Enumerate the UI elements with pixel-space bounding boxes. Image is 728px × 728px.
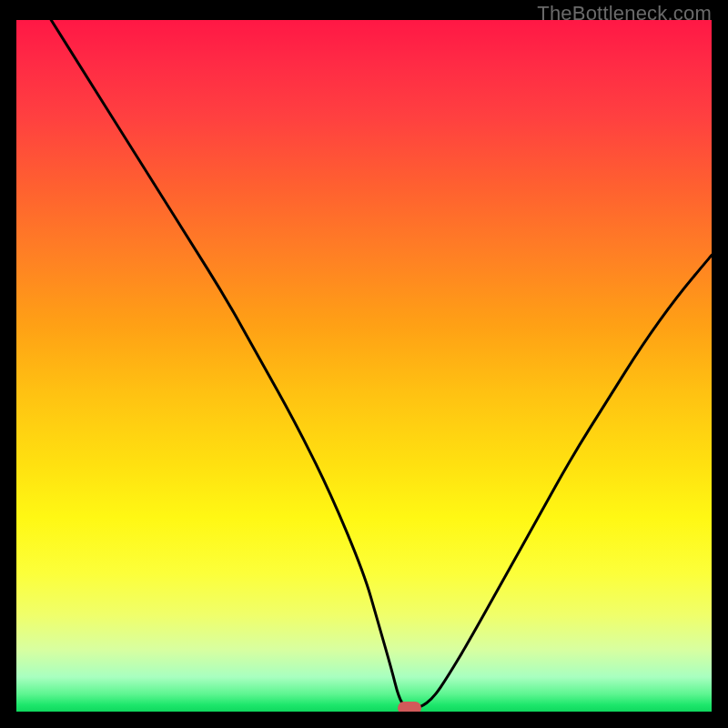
optimal-point-marker: [398, 702, 421, 712]
plot-area: [16, 20, 712, 712]
chart-frame: TheBottleneck.com: [0, 0, 728, 728]
bottleneck-curve: [16, 20, 712, 712]
watermark-text: TheBottleneck.com: [537, 2, 712, 25]
